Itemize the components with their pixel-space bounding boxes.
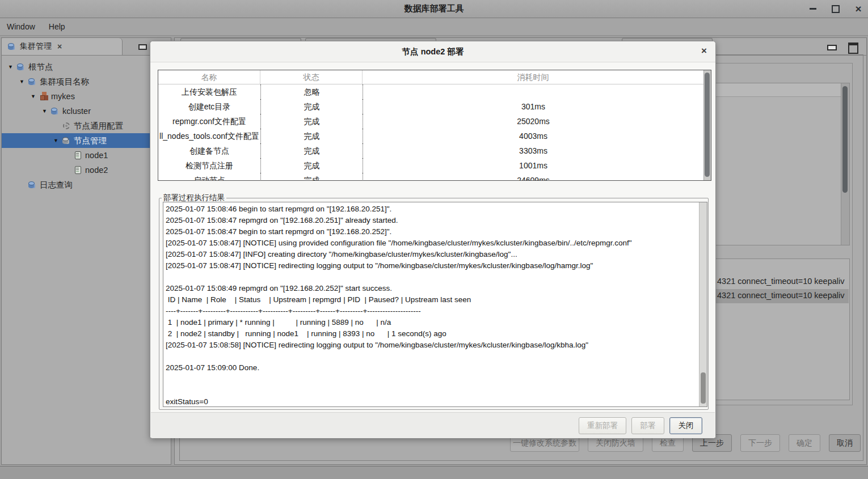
maximize-icon[interactable] [831, 4, 841, 14]
wizard-button-label: 确定 [797, 438, 812, 447]
scrollbar-thumb[interactable] [705, 73, 710, 177]
deploy-log-group: 部署过程执行结果 2025-01-07 15:08:46 begin to st… [159, 198, 709, 410]
log-text: 2025-01-07 15:08:46 begin to start repmg… [163, 202, 700, 407]
expand-arrow-icon[interactable]: ▼ [52, 138, 60, 143]
tree-item[interactable]: ▼ kcluster [2, 104, 171, 118]
table-scrollbar[interactable] [703, 70, 711, 180]
tab-close-icon[interactable]: × [57, 43, 62, 50]
minimize-view-icon[interactable] [827, 45, 837, 50]
connection-string: 4321 connect_timeout=10 keepaliv [717, 277, 845, 286]
tree-item-label: kcluster [61, 107, 91, 116]
task-name: 创建备节点 [158, 143, 260, 158]
dialog-button[interactable]: 重新部署 [579, 417, 626, 434]
log-line [166, 374, 700, 385]
database-icon [7, 42, 16, 51]
log-line: 2025-01-07 15:09:00 Done. [166, 362, 700, 374]
log-line: [2025-01-07 15:08:47] [NOTICE] using pro… [166, 238, 700, 249]
tree-item[interactable]: ▼ 节点通用配置 [2, 118, 171, 133]
log-line: exitStatus=0 [166, 396, 700, 407]
menu-item-label: Help [49, 22, 65, 31]
task-name: 上传安装包解压 [158, 84, 260, 99]
scrollbar-thumb[interactable] [842, 86, 848, 193]
dialog-close-icon[interactable]: × [698, 45, 710, 57]
tree-item[interactable]: ▼ node2 [2, 163, 171, 177]
task-status: 完成 [260, 99, 363, 114]
task-name: ll_nodes_tools.conf文件配置 [158, 129, 260, 143]
expand-arrow-icon[interactable]: ▼ [40, 108, 49, 114]
minimize-icon[interactable] [808, 4, 818, 14]
dialog-title: 节点 node2 部署 [150, 46, 715, 57]
task-time: 4003ms [363, 129, 703, 143]
tree-item[interactable]: ▼ mykes [2, 89, 171, 104]
tree-item[interactable]: ▼ 集群项目名称 [2, 74, 171, 89]
cluster-panel-tabrow: 集群管理 × [2, 38, 171, 56]
dialog-button[interactable]: 关闭 [669, 417, 702, 434]
tree-item-label: 集群项目名称 [39, 77, 89, 87]
scrollbar-thumb[interactable] [701, 372, 706, 404]
tree-item-icon [28, 77, 37, 86]
tree-item[interactable]: ▼ 根节点 [2, 60, 171, 74]
restore-view-icon[interactable] [848, 43, 858, 54]
log-line: [2025-01-07 15:08:47] [NOTICE] redirecti… [166, 260, 700, 272]
column-header-time[interactable]: 消耗时间 [363, 70, 703, 84]
editor-window-icons [827, 43, 858, 54]
task-time: 24609ms [363, 173, 703, 180]
tree-item-label: 节点通用配置 [73, 121, 123, 132]
wizard-button-label: 取消 [837, 438, 853, 447]
task-name: repmgr.conf文件配置 [158, 114, 260, 129]
column-header-name[interactable]: 名称 [158, 70, 260, 84]
tree-item[interactable]: ▼ 日志查询 [2, 177, 171, 192]
expand-arrow-icon[interactable]: ▼ [29, 94, 37, 99]
log-line: 2025-01-07 15:08:49 repmgrd on "[192.168… [166, 283, 700, 294]
expand-arrow-icon[interactable]: ▼ [6, 64, 15, 70]
wizard-button[interactable]: 确定 [789, 434, 820, 452]
dialog-button-label: 关闭 [679, 421, 694, 430]
table-row: 检测节点注册 完成 1001ms [158, 158, 703, 173]
expand-arrow-icon[interactable]: ▼ [18, 79, 26, 84]
log-line: [2025-01-07 15:08:47] [INFO] creating di… [166, 249, 700, 260]
log-scrollbar[interactable] [699, 202, 707, 406]
task-status: 完成 [260, 173, 363, 180]
tree-item-label: 根节点 [27, 62, 53, 73]
wizard-button-label: 关闭防火墙 [596, 438, 635, 447]
tree-item[interactable]: ▼ node1 [2, 148, 171, 163]
task-status: 完成 [260, 129, 363, 143]
dialog-button-label: 重新部署 [587, 421, 618, 430]
table-row: 上传安装包解压 忽略 [158, 84, 703, 99]
background-table-scrollbar[interactable] [841, 83, 849, 245]
table-row: 创建etc目录 完成 301ms [158, 99, 703, 114]
log-line [166, 272, 700, 283]
dialog-button[interactable]: 部署 [631, 417, 664, 434]
table-row: repmgr.conf文件配置 完成 25020ms [158, 114, 703, 129]
task-status: 完成 [260, 143, 363, 158]
menu-item-label: Window [7, 22, 35, 31]
wizard-button-label: 一键修改系统参数 [513, 438, 576, 447]
log-line: 1 | node1 | primary | * running | | runn… [166, 317, 700, 328]
table-row: 启动节点 完成 24609ms [158, 173, 703, 180]
task-status: 忽略 [260, 84, 363, 99]
application-window: 数据库部署工具 × Window Help 集群管理 × [0, 0, 868, 479]
task-name: 启动节点 [158, 173, 260, 180]
node-deploy-dialog: 节点 node2 部署 × 名称 状态 消耗时间 上传安装包解压 忽略 [150, 41, 716, 438]
deploy-log-view[interactable]: 2025-01-07 15:08:46 begin to start repmg… [163, 202, 707, 407]
column-header-status[interactable]: 状态 [260, 70, 363, 84]
task-name: 检测节点注册 [158, 158, 260, 173]
menubar: Window Help [0, 18, 868, 36]
menu-item[interactable]: Window [0, 18, 42, 35]
window-title: 数据库部署工具 [0, 3, 868, 14]
wizard-button[interactable]: 下一步 [740, 434, 780, 452]
wizard-button-label: 检查 [660, 438, 676, 447]
tree-item-label: node2 [84, 166, 108, 175]
tree-item-label: node1 [84, 151, 108, 160]
table-header-row: 名称 状态 消耗时间 [158, 70, 703, 84]
tree-item-label: 节点管理 [73, 135, 107, 146]
tree-item-label: 日志查询 [39, 180, 73, 190]
task-time: 1001ms [363, 158, 703, 173]
close-icon[interactable]: × [853, 4, 863, 14]
wizard-button[interactable]: 取消 [829, 434, 861, 452]
menu-item[interactable]: Help [42, 18, 72, 35]
dialog-button-label: 部署 [641, 421, 656, 430]
panel-minimize-icon[interactable] [138, 44, 147, 50]
tree-item[interactable]: ▼ 节点管理 [2, 133, 171, 148]
tab-cluster-management[interactable]: 集群管理 × [2, 38, 123, 55]
